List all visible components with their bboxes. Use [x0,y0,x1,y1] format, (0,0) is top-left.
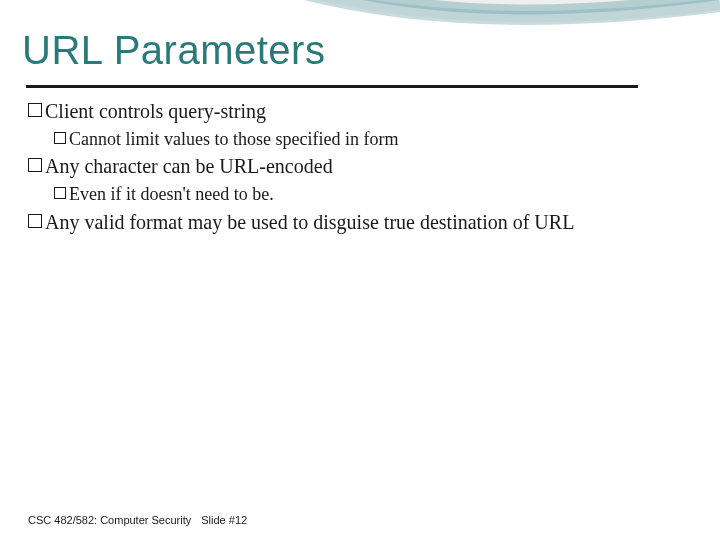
bullet-square-icon [28,103,42,117]
bullet-text: Even if it doesn't need to be. [69,182,680,206]
bullet-square-icon [28,158,42,172]
slide-footer: CSC 482/582: Computer SecuritySlide #12 [28,514,247,526]
bullet-square-icon [54,187,66,199]
bullet-square-icon [54,132,66,144]
slide-title: URL Parameters [22,28,325,73]
bullet-square-icon [28,214,42,228]
bullet-level2: Cannot limit values to those specified i… [54,127,680,151]
bullet-text: Client controls query-string [45,98,680,125]
bullet-level1: Any character can be URL-encoded [28,153,680,180]
bullet-text: Any character can be URL-encoded [45,153,680,180]
bullet-text: Any valid format may be used to disguise… [45,209,680,236]
footer-slide-number: Slide #12 [201,514,247,526]
bullet-text: Cannot limit values to those specified i… [69,127,680,151]
slide-body: Client controls query-string Cannot limi… [28,98,680,238]
bullet-level1: Client controls query-string [28,98,680,125]
bullet-level2: Even if it doesn't need to be. [54,182,680,206]
title-underline [26,85,638,88]
footer-course: CSC 482/582: Computer Security [28,514,191,526]
bullet-level1: Any valid format may be used to disguise… [28,209,680,236]
